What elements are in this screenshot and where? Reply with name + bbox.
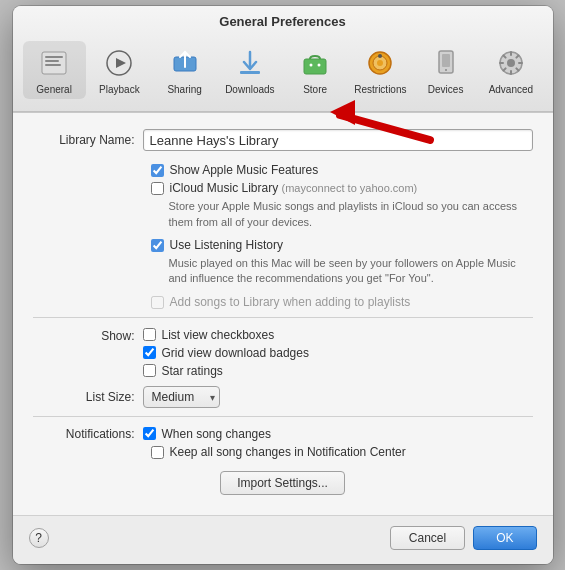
content-area: Library Name: Show Apple Music Features …	[13, 112, 553, 515]
tab-store[interactable]: Store	[284, 41, 347, 99]
divider-2	[33, 416, 533, 417]
svg-point-11	[318, 64, 321, 67]
tab-devices-label: Devices	[428, 84, 464, 95]
footer: ? Cancel OK	[13, 515, 553, 564]
window-title: General Preferences	[13, 14, 553, 29]
svg-rect-3	[45, 64, 61, 66]
notif-when-song-row: When song changes	[143, 427, 271, 441]
tab-playback[interactable]: Playback	[88, 41, 151, 99]
when-song-changes-label: When song changes	[162, 427, 271, 441]
tab-store-label: Store	[303, 84, 327, 95]
list-view-label: List view checkboxes	[162, 328, 275, 342]
tab-restrictions-label: Restrictions	[354, 84, 406, 95]
svg-point-18	[445, 69, 447, 71]
list-size-row: List Size: Small Medium Large ▾	[33, 386, 533, 408]
grid-badges-checkbox[interactable]	[143, 346, 156, 359]
show-apple-music-row: Show Apple Music Features	[33, 163, 533, 177]
notif-row-2: Keep all song changes in Notification Ce…	[33, 445, 533, 459]
tab-restrictions[interactable]: Restrictions	[349, 41, 412, 99]
tab-downloads-label: Downloads	[225, 84, 274, 95]
tab-playback-label: Playback	[99, 84, 140, 95]
add-songs-label: Add songs to Library when adding to play…	[170, 295, 411, 309]
svg-rect-9	[304, 59, 326, 74]
when-song-changes-checkbox[interactable]	[143, 427, 156, 440]
svg-point-14	[377, 60, 383, 66]
show-label: Show:	[33, 328, 143, 343]
ok-button[interactable]: OK	[473, 526, 536, 550]
list-size-label: List Size:	[33, 390, 143, 404]
store-icon	[297, 45, 333, 81]
tab-general-label: General	[36, 84, 72, 95]
tab-general[interactable]: General	[23, 41, 86, 99]
playback-icon	[101, 45, 137, 81]
library-name-input[interactable]	[143, 129, 533, 151]
keep-song-changes-checkbox[interactable]	[151, 446, 164, 459]
help-button[interactable]: ?	[29, 528, 49, 548]
listening-history-label: Use Listening History	[170, 238, 283, 252]
listening-history-checkbox[interactable]	[151, 239, 164, 252]
footer-buttons: Cancel OK	[390, 526, 537, 550]
notifications-label: Notifications:	[33, 427, 143, 441]
star-ratings-checkbox[interactable]	[143, 364, 156, 377]
add-songs-row: Add songs to Library when adding to play…	[33, 295, 533, 309]
svg-rect-8	[240, 71, 260, 74]
svg-point-20	[507, 59, 515, 67]
titlebar: General Preferences General	[13, 6, 553, 112]
advanced-icon	[493, 45, 529, 81]
show-apple-music-checkbox[interactable]	[151, 164, 164, 177]
icloud-library-checkbox[interactable]	[151, 182, 164, 195]
show-options-group: List view checkboxes Grid view download …	[143, 328, 309, 378]
library-name-label: Library Name:	[33, 133, 143, 147]
general-icon	[36, 45, 72, 81]
import-section: Import Settings...	[33, 471, 533, 495]
show-options-row: Show: List view checkboxes Grid view dow…	[33, 328, 533, 378]
add-songs-checkbox	[151, 296, 164, 309]
svg-rect-1	[45, 56, 63, 58]
library-name-row: Library Name:	[33, 129, 533, 151]
cancel-button[interactable]: Cancel	[390, 526, 465, 550]
svg-rect-0	[42, 52, 66, 74]
devices-icon	[428, 45, 464, 81]
svg-point-10	[310, 64, 313, 67]
tab-advanced-label: Advanced	[489, 84, 533, 95]
tab-devices[interactable]: Devices	[414, 41, 477, 99]
preferences-window: General Preferences General	[13, 6, 553, 564]
star-ratings-label: Star ratings	[162, 364, 223, 378]
notif-row-1: Notifications: When song changes	[33, 427, 533, 441]
downloads-icon	[232, 45, 268, 81]
show-list-checkboxes-row: List view checkboxes	[143, 328, 309, 342]
icloud-library-row: iCloud Music Library (mayconnect to yaho…	[33, 181, 533, 195]
listening-helper-text: Music played on this Mac will be seen by…	[33, 256, 533, 287]
keep-song-changes-label: Keep all song changes in Notification Ce…	[170, 445, 406, 459]
tab-sharing-label: Sharing	[167, 84, 201, 95]
list-size-select-wrapper[interactable]: Small Medium Large ▾	[143, 386, 220, 408]
list-size-select[interactable]: Small Medium Large	[143, 386, 220, 408]
listening-history-row: Use Listening History	[33, 238, 533, 252]
divider-1	[33, 317, 533, 318]
svg-point-15	[378, 54, 382, 58]
restrictions-icon	[362, 45, 398, 81]
icloud-helper-text: Store your Apple Music songs and playlis…	[33, 199, 533, 230]
show-apple-music-label: Show Apple Music Features	[170, 163, 319, 177]
svg-rect-17	[442, 54, 450, 67]
notifications-section: Notifications: When song changes Keep al…	[33, 427, 533, 459]
sharing-icon	[167, 45, 203, 81]
list-view-checkbox[interactable]	[143, 328, 156, 341]
grid-badges-label: Grid view download badges	[162, 346, 309, 360]
svg-rect-2	[45, 60, 59, 62]
show-star-ratings-row: Star ratings	[143, 364, 309, 378]
icloud-library-label: iCloud Music Library (mayconnect to yaho…	[170, 181, 418, 195]
tab-downloads[interactable]: Downloads	[218, 41, 281, 99]
toolbar: General Playback	[13, 37, 553, 107]
show-grid-badges-row: Grid view download badges	[143, 346, 309, 360]
import-settings-button[interactable]: Import Settings...	[220, 471, 345, 495]
tab-advanced[interactable]: Advanced	[479, 41, 542, 99]
tab-sharing[interactable]: Sharing	[153, 41, 216, 99]
